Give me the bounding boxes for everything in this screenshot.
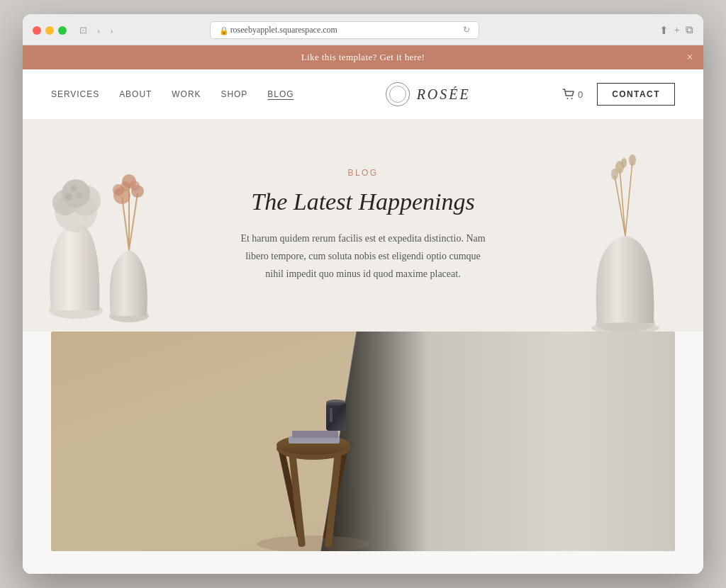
nav-right-controls: 0 CONTACT xyxy=(562,83,675,106)
new-tab-icon[interactable]: + xyxy=(674,24,680,36)
svg-point-7 xyxy=(65,193,72,200)
svg-point-6 xyxy=(62,179,90,208)
svg-point-18 xyxy=(131,185,144,198)
svg-point-44 xyxy=(326,400,346,405)
svg-point-5 xyxy=(69,185,101,216)
hero-tag: BLOG xyxy=(235,168,491,178)
svg-point-1 xyxy=(571,98,572,99)
blog-image-inner xyxy=(51,332,675,551)
banner-text: Like this template? Get it here! xyxy=(301,52,425,63)
svg-point-27 xyxy=(621,158,627,168)
announcement-banner: Like this template? Get it here! × xyxy=(23,45,703,69)
banner-close-button[interactable]: × xyxy=(687,51,693,64)
hero-right-decoration xyxy=(569,147,682,332)
share-icon[interactable]: ⬆ xyxy=(659,24,669,37)
logo-text: ROSÉE xyxy=(417,86,471,103)
tab-view-icon[interactable]: ⊡ xyxy=(77,23,90,38)
forward-button[interactable]: › xyxy=(107,23,116,38)
blog-image-section xyxy=(23,332,703,551)
svg-point-4 xyxy=(52,190,78,215)
copy-icon[interactable]: ⧉ xyxy=(686,24,693,36)
svg-point-17 xyxy=(122,174,136,188)
refresh-icon[interactable]: ↻ xyxy=(463,25,470,35)
hero-description: Et harum quidem rerum facilis est et exp… xyxy=(235,230,491,283)
svg-line-23 xyxy=(615,176,625,236)
blog-featured-image xyxy=(51,332,675,551)
svg-point-8 xyxy=(76,192,83,199)
nav-item-services[interactable]: SERVICES xyxy=(51,89,99,99)
back-button[interactable]: ‹ xyxy=(94,23,103,38)
svg-rect-42 xyxy=(292,431,338,438)
svg-point-3 xyxy=(55,190,97,232)
svg-point-16 xyxy=(121,181,130,191)
website-content: Like this template? Get it here! × SERVI… xyxy=(23,45,703,574)
navbar: SERVICES ABOUT WORK SHOP BLOG ROSÉE 0 xyxy=(23,69,703,119)
blog-scene-svg xyxy=(51,332,675,551)
svg-point-19 xyxy=(130,181,140,191)
close-window-button[interactable] xyxy=(33,26,41,35)
cart-count: 0 xyxy=(578,89,583,100)
svg-point-14 xyxy=(113,187,130,204)
logo-circle-icon xyxy=(386,82,410,106)
svg-line-21 xyxy=(620,169,625,236)
address-bar[interactable]: 🔒 roseebyapplet.squarespace.com ↻ xyxy=(210,21,479,39)
svg-point-0 xyxy=(566,98,568,99)
minimize-window-button[interactable] xyxy=(45,26,54,35)
browser-navigation: ⊡ ‹ › xyxy=(77,23,116,38)
nav-links: SERVICES ABOUT WORK SHOP BLOG xyxy=(51,89,294,99)
maximize-window-button[interactable] xyxy=(58,26,67,35)
browser-chrome: ⊡ ‹ › 🔒 roseebyapplet.squarespace.com ↻ … xyxy=(23,14,703,45)
cart-icon xyxy=(562,89,575,100)
hero-title: The Latest Happenings xyxy=(235,188,491,217)
contact-button[interactable]: CONTACT xyxy=(597,83,675,106)
nav-item-shop[interactable]: SHOP xyxy=(220,89,247,99)
nav-item-about[interactable]: ABOUT xyxy=(119,89,152,99)
svg-line-13 xyxy=(129,193,138,250)
nav-item-blog[interactable]: BLOG xyxy=(267,89,294,99)
browser-right-controls: ⬆ + ⧉ xyxy=(659,24,693,37)
right-vase-svg xyxy=(569,147,682,332)
svg-point-10 xyxy=(109,310,149,322)
browser-window: ⊡ ‹ › 🔒 roseebyapplet.squarespace.com ↻ … xyxy=(23,14,703,574)
hero-left-decoration xyxy=(37,140,193,332)
svg-point-25 xyxy=(629,154,636,166)
svg-point-26 xyxy=(611,169,618,180)
svg-point-15 xyxy=(113,184,124,196)
svg-marker-32 xyxy=(320,332,675,551)
svg-point-20 xyxy=(596,314,655,332)
svg-line-22 xyxy=(625,162,632,236)
traffic-lights xyxy=(33,26,67,35)
svg-rect-45 xyxy=(330,408,333,422)
hero-section: BLOG The Latest Happenings Et harum quid… xyxy=(23,119,703,332)
svg-point-28 xyxy=(591,322,659,332)
hero-text-block: BLOG The Latest Happenings Et harum quid… xyxy=(235,168,491,283)
cart-button[interactable]: 0 xyxy=(562,89,583,100)
left-vases-svg xyxy=(37,140,193,332)
svg-rect-43 xyxy=(326,402,346,431)
svg-point-9 xyxy=(71,186,77,191)
site-logo[interactable]: ROSÉE xyxy=(386,82,471,106)
nav-item-work[interactable]: WORK xyxy=(172,89,201,99)
url-text: roseebyapplet.squarespace.com xyxy=(230,25,337,35)
svg-point-2 xyxy=(49,302,103,319)
svg-line-11 xyxy=(122,197,129,250)
lock-icon: 🔒 xyxy=(219,26,226,35)
svg-point-24 xyxy=(615,161,624,174)
